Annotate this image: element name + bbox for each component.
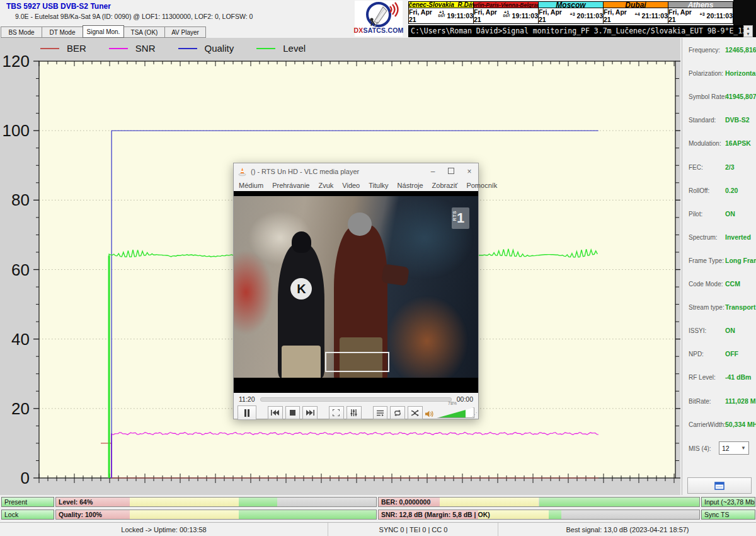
bar-zone-green <box>239 498 277 506</box>
loop-icon <box>394 410 401 416</box>
bar-label: SNR: 12,8 dB (Margin: 5,8 dB | OK) <box>381 511 490 518</box>
vlc-titlebar[interactable]: () - RTS Un HD - VLC media player – × <box>234 163 478 180</box>
legend-quality: Quality <box>178 43 234 54</box>
statusbar: Locked -> Uptime: 00:13:58 SYNC 0 | TEI … <box>0 522 756 536</box>
param-standard: Standard:DVB-S2 <box>689 117 754 125</box>
volume-fill <box>437 408 466 417</box>
input-badge: Input (~23,78 Mbps) <box>701 497 755 507</box>
resize-grip[interactable]: ⋰ <box>472 412 477 417</box>
svg-text:100: 100 <box>3 121 30 140</box>
focus-rectangle <box>325 352 389 372</box>
bar-zone-green <box>549 510 561 519</box>
command-scrollbar[interactable]: ▲ ▼ <box>743 25 753 37</box>
bar-zone-yellow <box>130 498 239 506</box>
param-bitrate: BitRate:111,028 Mbit/s <box>689 398 754 407</box>
tab-dt-mode[interactable]: DT Mode <box>42 26 83 38</box>
vlc-title: () - RTS Un HD - VLC media player <box>251 168 359 175</box>
world-clocks: Lučenec-Slovakia_R.DávidFri, Apr 21+1DST… <box>408 1 733 24</box>
param-stream-type: Stream type:Transport <box>689 304 754 313</box>
vlc-menubar: MédiumPrehrávanieZvukVideoTitulkyNástroj… <box>239 180 478 191</box>
bar-label: BER: 0,0000000 <box>381 498 430 506</box>
minimize-button[interactable]: – <box>429 167 437 176</box>
loop-button[interactable] <box>390 406 405 419</box>
stop-icon <box>290 410 295 416</box>
level-bar: Level: 64% <box>55 497 377 507</box>
tab-strip: BS ModeDT ModeSignal Mon.TSA (OK)AV Play… <box>1 26 206 38</box>
bar-zone-yellow <box>130 510 239 519</box>
previous-icon <box>271 410 279 416</box>
param-pilot: Pilot:ON <box>689 211 754 219</box>
logo-text: DXSATCS.COM <box>353 26 403 34</box>
volume-icon[interactable] <box>425 410 433 418</box>
param-symbol-rate: Symbol Rate:41945,807 KS/s <box>689 93 754 102</box>
random-button[interactable] <box>408 406 423 419</box>
param-polarization: Polarization:Horizontal <box>689 70 754 79</box>
pause-button[interactable] <box>238 405 256 420</box>
lock-badge: Lock <box>1 510 54 520</box>
clock-berlin-paris-vienna-belgrade: Berlin-Paris-Vienna-BelgradeFri, Apr 21+… <box>473 2 538 23</box>
legend-ber: BER <box>40 43 86 54</box>
menu-item-pomocn-k[interactable]: Pomocník <box>466 182 497 189</box>
scroll-up-icon[interactable]: ▲ <box>746 26 750 31</box>
tab-bs-mode[interactable]: BS Mode <box>1 26 42 38</box>
command-line: C:\Users\Roman Dávid>Signal monitoring_P… <box>408 25 743 37</box>
volume-slider[interactable] <box>437 407 474 418</box>
menu-item-video[interactable]: Video <box>342 182 360 189</box>
mis-label: MIS (4): <box>689 445 711 452</box>
app-window: TBS 5927 USB DVB-S2 Tuner 9.0E - Eutelsa… <box>0 0 756 536</box>
sidebar-screenshot-button[interactable] <box>687 477 752 494</box>
dxsatcs-logo: DXSATCS.COM <box>355 1 403 37</box>
time-elapsed: 11:20 <box>239 395 255 403</box>
fullscreen-button[interactable] <box>329 406 344 419</box>
extended-settings-button[interactable] <box>346 406 362 419</box>
svg-text:40: 40 <box>11 330 30 349</box>
previous-button[interactable] <box>268 406 283 419</box>
clock-lu-enec-slovakia-r-d-vid: Lučenec-Slovakia_R.DávidFri, Apr 21+1DST… <box>409 2 473 23</box>
video-frame: K RTS 1 <box>234 191 478 393</box>
playlist-button[interactable] <box>373 406 388 419</box>
next-icon <box>306 410 314 416</box>
close-button[interactable]: × <box>466 167 473 176</box>
shuffle-icon <box>411 410 419 416</box>
sync-ts-badge: Sync TS <box>701 510 755 520</box>
window-icon <box>714 482 724 490</box>
menu-item-zvuk[interactable]: Zvuk <box>318 182 333 189</box>
vlc-controls: 78% <box>234 405 478 420</box>
legend-snr: SNR <box>109 43 156 54</box>
tuner-subtitle: 9.0E - Eutelsat 9B/Ka-Sat 9A (ID: 0090) … <box>15 13 253 20</box>
snr-bar: SNR: 12,8 dB (Margin: 5,8 dB | OK) <box>378 510 700 520</box>
quality-bar: Quality: 100% <box>55 510 377 520</box>
statusbar-sync-counters: SYNC 0 | TEI 0 | CC 0 <box>328 523 498 536</box>
clock-dubai: DubaiFri, Apr 21+421:11:03 <box>603 2 668 23</box>
tab-av-player[interactable]: AV Player <box>164 26 206 38</box>
video-picture: K RTS 1 <box>234 196 478 378</box>
maximize-button[interactable] <box>447 167 455 176</box>
bar-zone-empty <box>561 510 699 519</box>
seek-bar[interactable] <box>260 397 452 402</box>
menu-item-n-stroje[interactable]: Nástroje <box>398 182 423 189</box>
mis-select[interactable]: 12 ▼ <box>719 441 749 455</box>
chart-legend: BERSNRQualityLevel <box>40 43 306 54</box>
param-npd: NPD:OFF <box>689 351 754 359</box>
param-rf-level: RF Level:-41 dBm <box>689 374 754 383</box>
param-spectrum: Spectrum:Inverted <box>689 234 754 243</box>
menu-item-prehr-vanie[interactable]: Prehrávanie <box>272 182 309 189</box>
param-code-mode: Code Mode:CCM <box>689 281 754 289</box>
menu-item-titulky[interactable]: Titulky <box>369 182 388 189</box>
equalizer-icon <box>350 409 357 416</box>
time-total: 00:00 <box>457 395 473 403</box>
svg-text:80: 80 <box>11 190 30 209</box>
stop-button[interactable] <box>285 406 301 419</box>
menu-item-zobrazi[interactable]: Zobraziť <box>432 182 458 189</box>
scroll-down-icon[interactable]: ▼ <box>746 32 750 37</box>
legend-level: Level <box>256 43 306 54</box>
tab-signal-mon[interactable]: Signal Mon. <box>83 25 124 38</box>
graffiti-artist-left: K <box>278 243 324 378</box>
clock-athens: AthensFri, Apr 21+320:11:03 <box>668 2 733 23</box>
rts1-channel-logo: RTS 1 <box>452 207 469 229</box>
pause-icon <box>244 409 250 417</box>
next-button[interactable] <box>302 406 318 419</box>
sidebar: MIS (4): 12 ▼ Frequency:12465,816 MHzPol… <box>682 38 756 495</box>
menu-item-m-dium[interactable]: Médium <box>239 182 263 189</box>
tab-tsa-ok[interactable]: TSA (OK) <box>123 26 165 38</box>
